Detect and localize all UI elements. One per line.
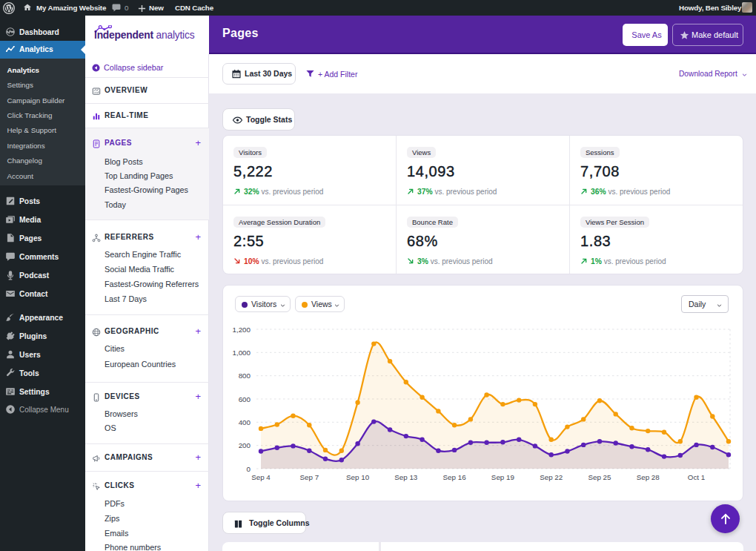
svg-text:Sep 25: Sep 25: [588, 473, 611, 481]
svg-text:1,200: 1,200: [232, 326, 251, 334]
svg-text:Oct 1: Oct 1: [688, 473, 705, 481]
svg-text:Sep 28: Sep 28: [637, 473, 660, 481]
svg-text:Sep 19: Sep 19: [491, 473, 514, 481]
svg-text:600: 600: [239, 395, 251, 403]
svg-text:1,000: 1,000: [232, 349, 251, 357]
svg-text:Sep 4: Sep 4: [251, 473, 271, 481]
svg-text:0: 0: [247, 465, 251, 473]
svg-text:Sep 16: Sep 16: [443, 473, 467, 481]
svg-text:800: 800: [239, 372, 251, 380]
svg-text:400: 400: [239, 418, 251, 426]
svg-text:200: 200: [239, 441, 251, 449]
svg-text:Sep 13: Sep 13: [394, 473, 418, 481]
svg-text:Sep 22: Sep 22: [540, 473, 563, 481]
svg-text:Sep 10: Sep 10: [346, 473, 370, 481]
svg-text:Sep 7: Sep 7: [299, 473, 319, 481]
